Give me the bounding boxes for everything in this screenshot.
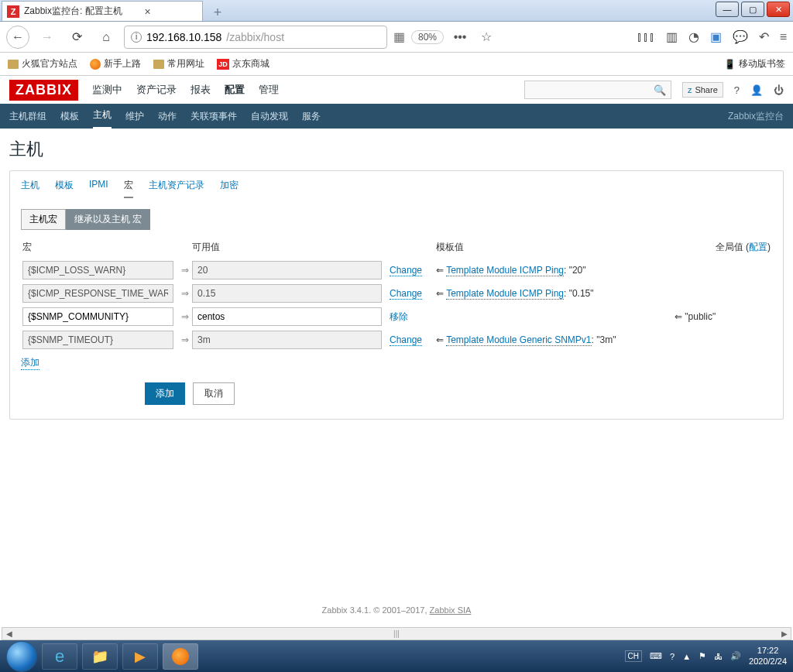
template-link[interactable]: Template Module ICMP Ping bbox=[446, 265, 564, 276]
macro-name-input[interactable] bbox=[22, 331, 173, 349]
address-bar[interactable]: i 192.168.10.158/zabbix/host bbox=[124, 26, 387, 49]
horizontal-scrollbar[interactable]: ◀ ||| ▶ bbox=[2, 627, 791, 640]
task-media[interactable]: ▶ bbox=[122, 643, 158, 670]
browser-tab-active[interactable]: Z Zabbix监控台: 配置主机 × bbox=[2, 1, 203, 21]
tray-up-icon[interactable]: ▲ bbox=[682, 652, 691, 661]
global-config-link[interactable]: 配置 bbox=[749, 242, 767, 252]
subnav-hostgroups[interactable]: 主机群组 bbox=[9, 105, 46, 129]
menu-reports[interactable]: 报表 bbox=[191, 83, 211, 97]
minimize-button[interactable]: — bbox=[716, 2, 739, 17]
macro-name-input[interactable] bbox=[22, 261, 173, 279]
tray-keyboard-icon[interactable]: ⌨ bbox=[650, 651, 662, 661]
tray-flag-icon[interactable]: ⚑ bbox=[699, 651, 706, 661]
scroll-right-icon[interactable]: ▶ bbox=[778, 628, 791, 639]
reload-button[interactable]: ⟳ bbox=[65, 26, 88, 49]
logout-icon[interactable]: ⏻ bbox=[774, 84, 784, 96]
cancel-button[interactable]: 取消 bbox=[193, 382, 235, 405]
close-window-button[interactable]: ✕ bbox=[767, 2, 790, 17]
mobile-bookmarks[interactable]: 📱移动版书签 bbox=[724, 57, 785, 70]
sidebar-icon[interactable]: ▥ bbox=[666, 29, 678, 44]
help-icon[interactable]: ? bbox=[734, 84, 740, 96]
tab-inventory[interactable]: 主机资产记录 bbox=[149, 179, 204, 198]
macro-value-input[interactable] bbox=[192, 261, 382, 279]
macro-action-link[interactable]: Change bbox=[390, 288, 422, 300]
subnav-actions[interactable]: 动作 bbox=[158, 105, 177, 129]
menu-configuration[interactable]: 配置 bbox=[225, 83, 245, 97]
bookmark-star-icon[interactable]: ☆ bbox=[476, 27, 496, 47]
tray-clock[interactable]: 17:22 2020/2/24 bbox=[749, 646, 787, 666]
more-actions-icon[interactable]: ••• bbox=[450, 27, 470, 47]
start-button[interactable] bbox=[6, 641, 37, 672]
menu-icon[interactable]: ≡ bbox=[780, 30, 787, 44]
tray-volume-icon[interactable]: 🔊 bbox=[730, 651, 741, 661]
submit-button[interactable]: 添加 bbox=[145, 382, 185, 405]
bookmark-firefox-official[interactable]: 火狐官方站点 bbox=[8, 57, 77, 70]
tray-network-icon[interactable]: 🖧 bbox=[714, 652, 723, 661]
task-explorer[interactable]: 📁 bbox=[82, 643, 118, 670]
tab-templates[interactable]: 模板 bbox=[55, 179, 74, 198]
task-firefox[interactable] bbox=[163, 643, 198, 670]
template-value-cell: ⇐ Template Module ICMP Ping: "20" bbox=[434, 259, 644, 282]
scroll-left-icon[interactable]: ◀ bbox=[2, 628, 15, 639]
macro-value-input[interactable] bbox=[192, 307, 382, 326]
maximize-button[interactable]: ▢ bbox=[741, 2, 764, 17]
mode-host-macros[interactable]: 主机宏 bbox=[21, 209, 66, 230]
footer-link[interactable]: Zabbix SIA bbox=[430, 605, 472, 615]
zabbix-header: ZABBIX 监测中 资产记录 报表 配置 管理 🔍 zShare ? 👤 ⏻ bbox=[0, 76, 793, 104]
subnav-correlation[interactable]: 关联项事件 bbox=[191, 105, 237, 129]
zabbix-logo[interactable]: ZABBIX bbox=[9, 80, 78, 101]
subnav-hosts[interactable]: 主机 bbox=[93, 103, 112, 129]
subnav-maintenance[interactable]: 维护 bbox=[125, 105, 144, 129]
undo-icon[interactable]: ↶ bbox=[759, 29, 769, 44]
chat-icon[interactable]: 💬 bbox=[733, 29, 748, 44]
puzzle-icon[interactable]: ▣ bbox=[710, 29, 722, 44]
host-tab-container: 主机 模板 IPMI 宏 主机资产记录 加密 主机宏 继承以及主机 宏 宏 可用… bbox=[9, 170, 784, 420]
subnav-templates[interactable]: 模板 bbox=[60, 105, 79, 129]
favicon: Z bbox=[7, 5, 19, 18]
menu-administration[interactable]: 管理 bbox=[259, 83, 279, 97]
macro-name-input[interactable] bbox=[22, 307, 173, 326]
macro-action-link[interactable]: Change bbox=[390, 265, 422, 276]
menu-inventory[interactable]: 资产记录 bbox=[136, 83, 177, 97]
home-button[interactable]: ⌂ bbox=[94, 26, 118, 49]
search-input[interactable]: 🔍 bbox=[524, 81, 671, 99]
new-tab-button[interactable]: + bbox=[208, 4, 228, 21]
tab-macros[interactable]: 宏 bbox=[124, 179, 133, 198]
macro-action-link[interactable]: Change bbox=[390, 334, 422, 346]
template-link[interactable]: Template Module ICMP Ping bbox=[446, 288, 564, 300]
back-button[interactable]: ← bbox=[6, 26, 29, 49]
bookmark-jd[interactable]: JD京东商城 bbox=[217, 57, 269, 70]
subnav-services[interactable]: 服务 bbox=[302, 105, 321, 129]
add-macro-link[interactable]: 添加 bbox=[21, 356, 39, 370]
macro-row: ⇒移除⇐ "public" bbox=[21, 305, 772, 328]
scroll-thumb[interactable]: ||| bbox=[373, 628, 420, 639]
bookmark-common-sites[interactable]: 常用网址 bbox=[153, 57, 204, 70]
tab-close-icon[interactable]: × bbox=[142, 6, 153, 17]
tab-host[interactable]: 主机 bbox=[21, 179, 39, 198]
host-tabs: 主机 模板 IPMI 宏 主机资产记录 加密 bbox=[10, 171, 783, 206]
template-link[interactable]: Template Module Generic SNMPv1 bbox=[446, 334, 591, 346]
tab-ipmi[interactable]: IPMI bbox=[89, 179, 108, 198]
macro-value-input[interactable] bbox=[192, 331, 382, 349]
info-icon[interactable]: i bbox=[131, 32, 142, 43]
tab-encryption[interactable]: 加密 bbox=[220, 179, 239, 198]
mode-inherited-macros[interactable]: 继承以及主机 宏 bbox=[66, 209, 150, 230]
macro-row: ⇒Change⇐ Template Module Generic SNMPv1:… bbox=[21, 328, 772, 351]
macros-panel: 主机宏 继承以及主机 宏 宏 可用值 模板值 全局值 (配置) ⇒Change⇐… bbox=[10, 206, 783, 419]
menu-monitoring[interactable]: 监测中 bbox=[92, 83, 122, 97]
tray-help-icon[interactable]: ? bbox=[670, 652, 675, 661]
zoom-indicator[interactable]: 80% bbox=[411, 30, 444, 44]
qr-icon[interactable]: ▦ bbox=[393, 29, 405, 44]
account-icon[interactable]: ◔ bbox=[688, 29, 699, 44]
subnav-discovery[interactable]: 自动发现 bbox=[251, 105, 288, 129]
macro-value-input[interactable] bbox=[192, 284, 382, 303]
library-icon[interactable]: ⫿⫿⫿ bbox=[637, 30, 655, 44]
macro-name-input[interactable] bbox=[22, 284, 173, 303]
bookmark-getting-started[interactable]: 新手上路 bbox=[90, 57, 141, 70]
forward-button[interactable]: → bbox=[36, 26, 59, 49]
ime-indicator[interactable]: CH bbox=[625, 650, 642, 662]
share-button[interactable]: zShare bbox=[682, 82, 723, 98]
user-icon[interactable]: 👤 bbox=[750, 84, 763, 96]
task-ie[interactable]: e bbox=[42, 643, 77, 670]
macro-action-link[interactable]: 移除 bbox=[390, 311, 408, 322]
